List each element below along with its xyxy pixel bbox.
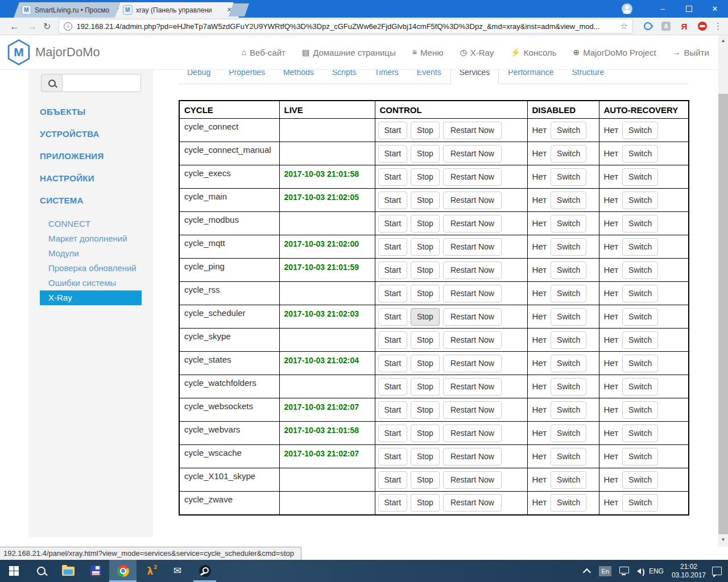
switch-auto-recovery-button[interactable]: Switch — [622, 378, 658, 396]
restart-now-button[interactable]: Restart Now — [443, 145, 502, 163]
switch-auto-recovery-button[interactable]: Switch — [622, 145, 658, 163]
browser-tab-xray[interactable]: M xray (Панель управлени ✕ — [115, 2, 239, 18]
start-button[interactable]: Start — [378, 494, 408, 512]
switch-disabled-button[interactable]: Switch — [551, 192, 586, 209]
nav-item-Консоль[interactable]: ⚡Консоль — [510, 48, 556, 57]
restart-now-button[interactable]: Restart Now — [443, 401, 502, 419]
taskbar-chrome-button[interactable] — [109, 560, 136, 582]
restart-now-button[interactable]: Restart Now — [443, 285, 502, 302]
start-button[interactable]: Start — [378, 425, 408, 442]
switch-auto-recovery-button[interactable]: Switch — [622, 331, 658, 349]
switch-disabled-button[interactable]: Switch — [551, 168, 586, 186]
sidebar-section-ОБЪЕКТЫ[interactable]: ОБЪЕКТЫ — [28, 101, 153, 123]
restart-now-button[interactable]: Restart Now — [443, 448, 502, 465]
stop-button[interactable]: Stop — [411, 122, 440, 139]
stop-button[interactable]: Stop — [411, 378, 440, 396]
window-minimize-button[interactable]: – — [650, 0, 676, 18]
scroll-down-icon[interactable]: ▼ — [718, 535, 728, 543]
taskbar-explorer-button[interactable] — [55, 560, 82, 582]
switch-auto-recovery-button[interactable]: Switch — [622, 401, 658, 419]
window-restore-button[interactable] — [676, 0, 702, 18]
start-button[interactable]: Start — [378, 261, 408, 279]
switch-disabled-button[interactable]: Switch — [551, 331, 586, 349]
restart-now-button[interactable]: Restart Now — [443, 308, 502, 326]
reload-button[interactable]: ↻ — [43, 21, 51, 32]
switch-auto-recovery-button[interactable]: Switch — [622, 215, 658, 232]
network-icon[interactable] — [619, 567, 629, 573]
action-center-icon[interactable] — [712, 567, 722, 575]
stop-button[interactable]: Stop — [411, 425, 440, 442]
switch-auto-recovery-button[interactable]: Switch — [622, 471, 658, 489]
restart-now-button[interactable]: Restart Now — [443, 378, 502, 396]
stop-button[interactable]: Stop — [411, 238, 440, 256]
switch-auto-recovery-button[interactable]: Switch — [622, 494, 658, 512]
switch-auto-recovery-button[interactable]: Switch — [622, 355, 658, 372]
restart-now-button[interactable]: Restart Now — [443, 425, 502, 442]
sidebar-item-Ошибки системы[interactable]: Ошибки системы — [28, 276, 153, 290]
stop-button[interactable]: Stop — [411, 215, 440, 232]
page-info-icon[interactable]: i — [64, 22, 72, 31]
switch-auto-recovery-button[interactable]: Switch — [622, 192, 658, 209]
switch-disabled-button[interactable]: Switch — [551, 355, 586, 372]
start-button[interactable]: Start — [378, 401, 408, 419]
switch-auto-recovery-button[interactable]: Switch — [622, 285, 658, 302]
stop-button[interactable]: Stop — [411, 192, 440, 209]
stop-button[interactable]: Stop — [411, 331, 440, 349]
sidebar-item-Проверка обновлений[interactable]: Проверка обновлений — [28, 261, 153, 276]
stop-button[interactable]: Stop — [411, 494, 440, 512]
tray-chevron-icon[interactable] — [583, 568, 591, 576]
taskbar-halflife-button[interactable]: λ2 — [136, 560, 164, 582]
taskbar-mail-button[interactable]: ✉ — [164, 560, 191, 582]
sidebar-item-Маркет дополнений[interactable]: Маркет дополнений — [28, 231, 153, 246]
taskbar-clock[interactable]: 21:02 03.10.2017 — [672, 563, 706, 580]
switch-disabled-button[interactable]: Switch — [551, 261, 586, 279]
switch-disabled-button[interactable]: Switch — [551, 494, 586, 512]
back-button[interactable]: ← — [10, 22, 19, 31]
sidebar-section-УСТРОЙСТВА[interactable]: УСТРОЙСТВА — [28, 123, 153, 145]
switch-auto-recovery-button[interactable]: Switch — [622, 425, 658, 442]
volume-icon[interactable] — [637, 568, 641, 574]
sidebar-section-ПРИЛОЖЕНИЯ[interactable]: ПРИЛОЖЕНИЯ — [28, 145, 153, 167]
switch-auto-recovery-button[interactable]: Switch — [622, 238, 658, 256]
start-button[interactable]: Start — [378, 192, 408, 209]
switch-auto-recovery-button[interactable]: Switch — [622, 448, 658, 465]
restart-now-button[interactable]: Restart Now — [443, 122, 502, 139]
restart-now-button[interactable]: Restart Now — [443, 355, 502, 372]
address-bar[interactable]: i 192.168.21.4/admin.php?pd=eHJheTp7aW5z… — [59, 19, 633, 34]
sidebar-item-X-Ray[interactable]: X-Ray — [40, 290, 142, 305]
start-button[interactable]: Start — [378, 355, 408, 372]
restart-now-button[interactable]: Restart Now — [443, 494, 502, 512]
bookmark-star-icon[interactable]: ☆ — [621, 21, 628, 31]
start-button[interactable]: Start — [378, 285, 408, 302]
extension-yandex-icon[interactable]: Я — [679, 21, 689, 31]
switch-disabled-button[interactable]: Switch — [551, 238, 586, 256]
start-button[interactable]: Start — [378, 448, 408, 465]
browser-profile-icon[interactable] — [622, 3, 632, 14]
switch-auto-recovery-button[interactable]: Switch — [622, 168, 658, 186]
stop-button[interactable]: Stop — [411, 145, 440, 163]
switch-auto-recovery-button[interactable]: Switch — [622, 261, 658, 279]
extension-pdf-icon[interactable]: A — [661, 21, 671, 31]
search-input[interactable] — [63, 74, 141, 92]
scroll-up-icon[interactable]: ▲ — [718, 36, 728, 44]
stop-button[interactable]: Stop — [411, 168, 440, 186]
switch-disabled-button[interactable]: Switch — [551, 145, 586, 163]
switch-disabled-button[interactable]: Switch — [551, 471, 586, 489]
browser-menu-icon[interactable]: ⋮ — [714, 21, 722, 31]
nav-item-X-Ray[interactable]: ◷X-Ray — [460, 48, 494, 57]
stop-button[interactable]: Stop — [411, 355, 440, 372]
start-button[interactable]: Start — [378, 378, 408, 396]
restart-now-button[interactable]: Restart Now — [443, 261, 502, 279]
search-button[interactable] — [41, 74, 63, 92]
stop-button[interactable]: Stop — [411, 308, 440, 326]
start-button[interactable]: Start — [378, 308, 408, 326]
start-button[interactable]: Start — [378, 168, 408, 186]
start-button[interactable]: Start — [378, 122, 408, 139]
restart-now-button[interactable]: Restart Now — [443, 168, 502, 186]
majordomo-logo-icon[interactable]: M — [7, 39, 31, 65]
scrollbar-thumb[interactable] — [718, 94, 728, 534]
browser-tab-smartliving[interactable]: M SmartLiving.ru • Просмо ✕ — [14, 2, 129, 18]
restart-now-button[interactable]: Restart Now — [443, 192, 502, 209]
nav-item-MajorDoMo Project[interactable]: ⊕MajorDoMo Project — [573, 48, 656, 57]
language-badge[interactable]: En — [599, 566, 611, 576]
